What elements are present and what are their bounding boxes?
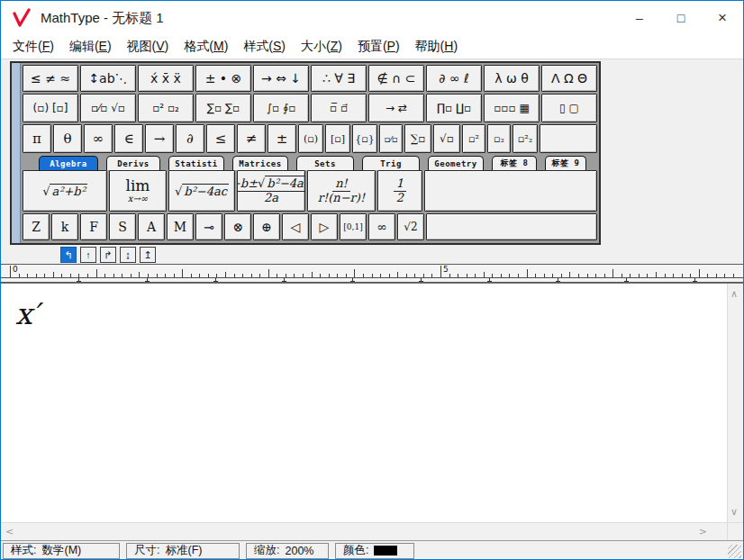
infinity-button[interactable]: ∞ — [84, 124, 113, 153]
tab-8[interactable]: 标签 8 — [492, 156, 537, 170]
fraction-template-button[interactable]: ▫⁄▫ — [379, 124, 403, 153]
product-templates-palette[interactable]: ∏▫ ∐▫ — [426, 94, 482, 122]
blackboard-z-button[interactable]: Z — [23, 213, 50, 240]
horizontal-scrollbar[interactable]: < > — [1, 522, 727, 541]
sqrt-discriminant-button[interactable]: √b²−4ac — [168, 170, 235, 212]
tab-stop-marker[interactable] — [77, 278, 81, 282]
menu-item[interactable]: 编辑(E) — [69, 39, 112, 55]
theta-button[interactable]: θ — [53, 124, 82, 153]
tab-stop-marker[interactable] — [624, 278, 629, 282]
pi-button[interactable]: π — [23, 124, 51, 153]
sqrt-2-button[interactable]: √2 — [397, 213, 424, 240]
greek-uppercase-palette[interactable]: Λ Ω Θ — [541, 65, 597, 92]
mathtype-logo-icon[interactable] — [12, 8, 32, 28]
tab-trig[interactable]: Trig — [362, 156, 420, 170]
blackboard-k-button[interactable]: k — [51, 213, 78, 240]
paren-template-button[interactable]: (▫) — [298, 124, 323, 153]
tab-center-align-button[interactable]: ↑ — [80, 247, 96, 263]
circled-times-button[interactable]: ⊗ — [224, 213, 251, 240]
matrix-templates-palette[interactable]: ▫▫▫ ▦ — [484, 94, 540, 122]
tab-right-align-button[interactable]: ↱ — [100, 247, 116, 263]
equation-editor-area[interactable]: x′ — [1, 284, 727, 522]
status-size-field[interactable]: 尺寸:标准(F) — [126, 543, 240, 559]
menu-item[interactable]: 视图(V) — [127, 39, 169, 55]
summation-templates-palette[interactable]: ∑▫ ∑▫ — [195, 94, 251, 122]
tab-geometry[interactable]: Geometry — [428, 156, 484, 170]
box-templates-palette[interactable]: ▯ ▢ — [541, 94, 597, 122]
tab-stop-marker[interactable] — [487, 278, 492, 282]
triangle-left-button[interactable]: ◁ — [282, 213, 309, 240]
tab-algebra[interactable]: Algebra — [39, 156, 98, 170]
vertical-scrollbar[interactable]: ∧ ∨ — [727, 284, 743, 522]
labeled-arrow-templates-palette[interactable]: → ⇄ — [368, 94, 424, 122]
one-half-button[interactable]: 12 — [377, 170, 422, 212]
tab-stop-marker[interactable] — [556, 278, 560, 282]
tab-matrices[interactable]: Matrices — [232, 156, 288, 170]
tab-left-align-button[interactable]: ↰ — [60, 247, 77, 263]
not-equal-button[interactable]: ≠ — [237, 124, 266, 153]
tab-sets[interactable]: Sets — [296, 156, 354, 170]
tab-stop-marker[interactable] — [145, 278, 150, 282]
superscript-template-button[interactable]: ▫² — [462, 124, 485, 153]
greek-lowercase-palette[interactable]: λ ω θ — [484, 65, 540, 92]
fraktur-a-button[interactable]: A — [138, 213, 165, 240]
brace-template-button[interactable]: {▫} — [352, 124, 377, 153]
tab-relational-align-button[interactable]: ↨ — [120, 247, 136, 263]
subscript-superscript-templates-palette[interactable]: ▫² ▫₂ — [138, 94, 194, 122]
triangle-right-button[interactable]: ▷ — [311, 213, 338, 240]
tab-stop-marker[interactable] — [419, 278, 423, 282]
script-s-button[interactable]: S — [109, 213, 136, 240]
fence-templates-palette[interactable]: (▫) [▫] — [23, 94, 78, 122]
sum-template-button[interactable]: ∑▫ — [404, 124, 431, 153]
set-theory-palette[interactable]: ∉ ∩ ⊂ — [368, 65, 424, 92]
menu-item[interactable]: 文件(F) — [13, 39, 54, 55]
relational-symbols-palette[interactable]: ≤ ≠ ≈ — [23, 65, 78, 92]
subsup-template-button[interactable]: ▫²₂ — [513, 124, 538, 153]
scroll-down-icon[interactable]: ∨ — [730, 507, 738, 517]
combination-formula-button[interactable]: n!r!(n−r)! — [307, 170, 376, 212]
status-style-field[interactable]: 样式:数学(M) — [3, 543, 120, 559]
element-of-button[interactable]: ∈ — [114, 124, 143, 153]
menu-item[interactable]: 大小(Z) — [301, 39, 342, 55]
circled-plus-button[interactable]: ⊕ — [253, 213, 280, 240]
tab-stop-marker[interactable] — [282, 278, 286, 282]
blackboard-f-button[interactable]: F — [80, 213, 107, 240]
spaces-ellipses-palette[interactable]: ↕ab⋱ — [80, 65, 136, 92]
infinity-symbol-button[interactable]: ∞ — [368, 213, 395, 240]
quadratic-formula-button[interactable]: −b±√b²−4ac 2a — [237, 170, 305, 212]
partial-button[interactable]: ∂ — [176, 124, 204, 153]
maximize-button[interactable]: □ — [660, 1, 702, 35]
multimap-button[interactable]: ⊸ — [195, 213, 222, 240]
logic-symbols-palette[interactable]: ∴ ∀ ∃ — [311, 65, 367, 92]
operator-symbols-palette[interactable]: ± • ⊗ — [195, 65, 251, 92]
tab-statistics[interactable]: Statisti — [168, 156, 224, 170]
tab-stop-marker[interactable] — [350, 278, 355, 282]
menu-item[interactable]: 格式(M) — [184, 39, 228, 55]
embellishments-palette[interactable]: x́ x̄ ẍ — [138, 65, 194, 92]
tab-9[interactable]: 标签 9 — [545, 156, 586, 170]
scroll-up-icon[interactable]: ∧ — [730, 289, 738, 299]
fraktur-m-button[interactable]: M — [167, 213, 194, 240]
palette-grab-handle[interactable] — [12, 63, 21, 243]
right-arrow-button[interactable]: → — [145, 124, 174, 153]
sqrt-a2-b2-button[interactable]: √a²+b² — [23, 170, 107, 212]
tab-stop-marker[interactable] — [213, 278, 218, 282]
menu-item[interactable]: 预置(P) — [358, 39, 400, 55]
underbar-overbar-templates-palette[interactable]: ▫̅ ▫⃗ — [311, 94, 367, 122]
tab-stop-marker[interactable] — [693, 278, 697, 282]
sqrt-template-button[interactable]: √▫ — [433, 124, 460, 153]
subscript-template-button[interactable]: ▫₂ — [487, 124, 511, 153]
status-zoom-field[interactable]: 缩放:200% — [246, 543, 329, 559]
status-color-field[interactable]: 颜色: — [335, 543, 414, 559]
misc-symbols-palette[interactable]: ∂ ∞ ℓ — [426, 65, 482, 92]
fraction-radical-templates-palette[interactable]: ▫⁄▫ √▫ — [80, 94, 136, 122]
scroll-right-icon[interactable]: > — [699, 527, 707, 537]
arrow-symbols-palette[interactable]: → ⇔ ↓ — [253, 65, 309, 92]
menu-item[interactable]: 样式(S) — [243, 39, 286, 55]
scroll-left-icon[interactable]: < — [5, 527, 14, 537]
tab-derivs[interactable]: Derivs — [106, 156, 160, 170]
plus-minus-button[interactable]: ± — [268, 124, 296, 153]
ruler[interactable]: 05 — [1, 264, 743, 283]
minimize-button[interactable]: – — [619, 1, 660, 35]
resize-grip[interactable] — [728, 545, 741, 558]
